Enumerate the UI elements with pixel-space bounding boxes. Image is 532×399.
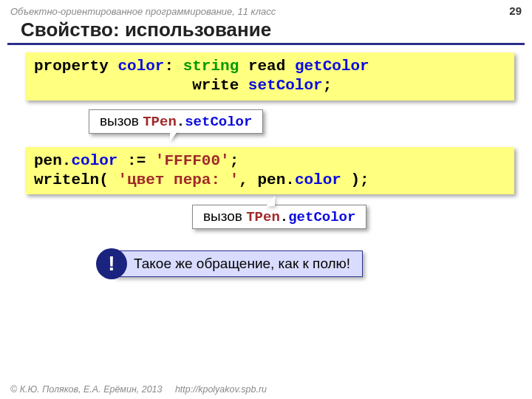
callout-setcolor: вызов TPen.setColor <box>89 109 263 134</box>
callout-tail-icon <box>170 132 177 142</box>
footer-link[interactable]: http://kpolyakov.spb.ru <box>175 384 267 395</box>
callout-getcolor-row: вызов TPen.getColor <box>0 205 532 229</box>
exclamation-badge-icon: ! <box>96 248 127 279</box>
callout-setcolor-row: вызов TPen.setColor <box>0 109 532 134</box>
callout-tail-icon <box>266 196 275 206</box>
course-label: Объектно-ориентированное программировани… <box>10 6 276 17</box>
copyright: © К.Ю. Поляков, Е.А. Ерёмин, 2013 <box>10 384 163 395</box>
code-block-property: property color: string read getColor wri… <box>25 52 514 100</box>
header-strip: Объектно-ориентированное программировани… <box>0 0 532 18</box>
note-text: Такое же обращение, как к полю! <box>114 250 363 277</box>
code-block-usage: pen.color := 'FFFF00'; writeln( 'цвет пе… <box>25 147 514 195</box>
footer: © К.Ю. Поляков, Е.А. Ерёмин, 2013 http:/… <box>10 384 267 395</box>
note-row: ! Такое же обращение, как к полю! <box>96 248 532 279</box>
title-underline <box>7 43 525 45</box>
page-title: Свойство: использование <box>0 18 532 43</box>
page-number: 29 <box>509 4 522 17</box>
callout-getcolor: вызов TPen.getColor <box>192 205 366 229</box>
